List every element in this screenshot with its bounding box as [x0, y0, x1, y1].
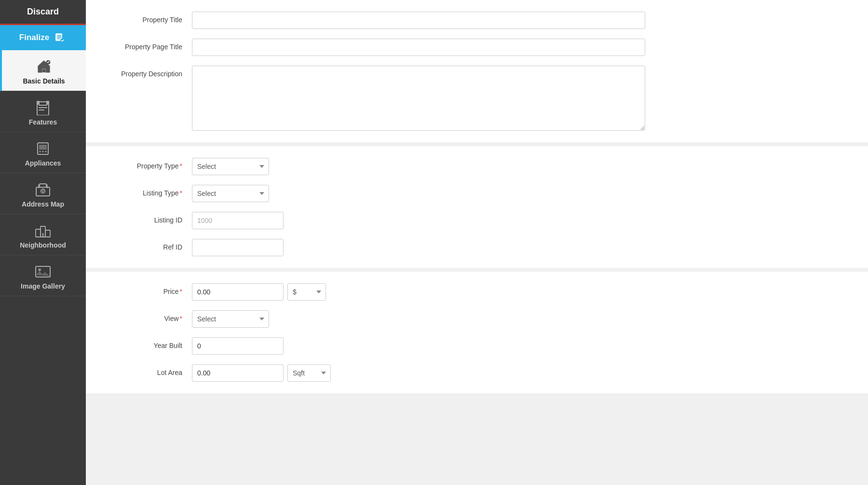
sidebar-item-basic-details[interactable]: Basic Details: [0, 50, 86, 91]
view-row: View* Select City View Ocean View Mounta…: [105, 310, 849, 328]
sidebar-item-features[interactable]: Features: [0, 91, 86, 132]
form-section-price: Price* $ € £ ¥ View* Se: [86, 272, 868, 393]
finalize-button[interactable]: Finalize: [0, 25, 86, 50]
property-description-input[interactable]: [192, 66, 645, 131]
neighborhood-icon: [34, 222, 52, 239]
sidebar-item-image-gallery[interactable]: Image Gallery: [0, 255, 86, 296]
form-section-type: Property Type* Select House Apartment Co…: [86, 146, 868, 268]
property-type-row: Property Type* Select House Apartment Co…: [105, 158, 849, 175]
price-label: Price*: [105, 283, 192, 297]
svg-point-14: [45, 151, 47, 152]
features-icon: [34, 99, 52, 116]
svg-point-16: [42, 191, 44, 192]
svg-rect-8: [37, 101, 40, 105]
currency-select-wrapper: $ € £ ¥: [287, 283, 326, 301]
finalize-icon: [53, 31, 67, 44]
property-description-row: Property Description: [105, 66, 849, 131]
property-type-select[interactable]: Select House Apartment Condo Land Commer…: [192, 158, 269, 175]
listing-type-required: *: [180, 189, 182, 197]
listing-type-row: Listing Type* Select For Sale For Rent F…: [105, 185, 849, 202]
appliances-icon: [34, 140, 52, 157]
property-description-label: Property Description: [105, 66, 192, 79]
listing-type-select[interactable]: Select For Sale For Rent For Lease: [192, 185, 269, 202]
price-input-group: $ € £ ¥: [192, 283, 326, 301]
sidebar-item-label-image-gallery: Image Gallery: [21, 282, 65, 290]
property-title-input[interactable]: [192, 12, 645, 29]
currency-select[interactable]: $ € £ ¥: [287, 283, 326, 301]
year-built-label: Year Built: [105, 337, 192, 351]
finalize-label: Finalize: [19, 33, 49, 42]
sidebar-item-label-appliances: Appliances: [25, 159, 61, 167]
price-row: Price* $ € £ ¥: [105, 283, 849, 301]
address-map-icon: [34, 181, 52, 198]
svg-rect-19: [36, 229, 41, 237]
property-type-label: Property Type*: [105, 158, 192, 171]
svg-rect-21: [45, 230, 50, 237]
view-select-wrapper: Select City View Ocean View Mountain Vie…: [192, 310, 269, 328]
price-input[interactable]: [192, 283, 284, 301]
svg-rect-2: [42, 69, 45, 72]
form-section-titles: Property Title Property Page Title Prope…: [86, 0, 868, 142]
sidebar-item-label-neighborhood: Neighborhood: [20, 241, 66, 249]
lot-area-unit-select[interactable]: Sqft Sqm Acre: [287, 364, 331, 382]
listing-id-row: Listing ID: [105, 212, 849, 229]
sidebar-item-appliances[interactable]: Appliances: [0, 132, 86, 173]
sidebar-item-label-features: Features: [29, 118, 57, 126]
sidebar-item-label-address-map: Address Map: [22, 200, 64, 208]
lot-area-unit-select-wrapper: Sqft Sqm Acre: [287, 364, 331, 382]
svg-point-25: [38, 268, 41, 271]
lot-area-label: Lot Area: [105, 364, 192, 378]
listing-id-label: Listing ID: [105, 212, 192, 225]
property-type-required: *: [180, 162, 182, 170]
ref-id-row: Ref ID: [105, 239, 849, 256]
property-page-title-input[interactable]: [192, 39, 645, 56]
price-required: *: [180, 288, 182, 295]
lot-area-row: Lot Area Sqft Sqm Acre: [105, 364, 849, 382]
svg-rect-23: [42, 233, 44, 237]
svg-rect-9: [46, 101, 49, 105]
sidebar-item-address-map[interactable]: Address Map: [0, 173, 86, 214]
discard-button[interactable]: Discard: [0, 0, 86, 25]
listing-type-label: Listing Type*: [105, 185, 192, 198]
lot-area-input-group: Sqft Sqm Acre: [192, 364, 331, 382]
view-select[interactable]: Select City View Ocean View Mountain Vie…: [192, 310, 269, 328]
image-gallery-icon: [34, 263, 52, 280]
svg-point-12: [40, 151, 41, 152]
sidebar-item-label-basic-details: Basic Details: [23, 77, 65, 85]
ref-id-label: Ref ID: [105, 239, 192, 252]
svg-point-13: [42, 151, 44, 152]
property-page-title-row: Property Page Title: [105, 39, 849, 56]
home-icon: [35, 58, 53, 75]
property-title-label: Property Title: [105, 12, 192, 25]
sidebar-item-neighborhood[interactable]: Neighborhood: [0, 214, 86, 255]
property-title-row: Property Title: [105, 12, 849, 29]
listing-id-input[interactable]: [192, 212, 284, 229]
view-required: *: [180, 315, 182, 322]
sidebar: Discard Finalize Basic Details: [0, 0, 86, 485]
year-built-row: Year Built: [105, 337, 849, 355]
view-label: View*: [105, 310, 192, 324]
year-built-spinner: [192, 337, 284, 355]
svg-rect-11: [39, 145, 47, 150]
property-type-select-wrapper: Select House Apartment Condo Land Commer…: [192, 158, 269, 175]
ref-id-input[interactable]: [192, 239, 284, 256]
lot-area-input[interactable]: [192, 364, 284, 382]
year-built-input[interactable]: [192, 337, 284, 355]
property-page-title-label: Property Page Title: [105, 39, 192, 52]
listing-type-select-wrapper: Select For Sale For Rent For Lease: [192, 185, 269, 202]
main-content: Property Title Property Page Title Prope…: [86, 0, 868, 485]
